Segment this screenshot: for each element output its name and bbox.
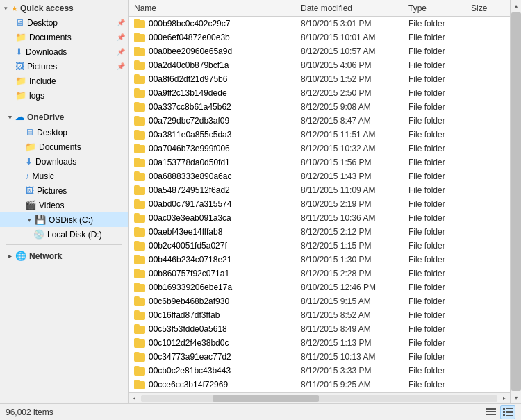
table-row[interactable]: 00ac03e3eab091a3ca 8/11/2015 10:36 AM Fi… (129, 211, 510, 225)
table-row[interactable]: 00c1012d2f4e38bd0c 8/12/2015 1:13 PM Fil… (129, 336, 510, 350)
col-header-date[interactable]: Date modified (295, 3, 403, 13)
file-name: 00b169339206ebe17a (149, 283, 232, 292)
file-name-cell: 00b2c40051fd5a027f (129, 241, 295, 251)
table-row[interactable]: 00a0bee20960e65a9d 8/12/2015 10:57 AM Fi… (129, 44, 510, 58)
sidebar-item-documents-label: Documents (29, 33, 72, 42)
od-downloads-label: Downloads (35, 157, 76, 167)
sidebar-item-localdisk[interactable]: 💿 Local Disk (D:) (0, 227, 128, 242)
sidebar-item-include[interactable]: 📁 Include (0, 74, 128, 88)
onedrive-section[interactable]: ☁ OneDrive (0, 109, 128, 125)
file-type-cell: File folder (403, 74, 465, 84)
right-scroll-thumb[interactable] (511, 12, 521, 391)
file-name: 000e6ef04872e00e3b (149, 33, 230, 42)
svg-rect-1 (486, 411, 496, 412)
list-view-button[interactable] (483, 405, 499, 419)
file-name-cell: 00a3811e0a855c5da3 (129, 130, 295, 140)
scroll-up-arrow[interactable]: ▴ (511, 0, 522, 11)
file-type-cell: File folder (403, 324, 465, 334)
table-row[interactable]: 000e6ef04872e00e3b 8/10/2015 10:01 AM Fi… (129, 31, 510, 44)
sidebar-item-pictures-label: Pictures (27, 62, 57, 72)
network-section[interactable]: 🌐 Network (0, 248, 128, 264)
bottom-scrollbar[interactable]: ◂ ▸ (129, 392, 510, 403)
table-row[interactable]: 00c16ffad87df3ffab 8/11/2015 8:52 AM Fil… (129, 308, 510, 322)
table-row[interactable]: 00a3811e0a855c5da3 8/12/2015 11:51 AM Fi… (129, 128, 510, 142)
folder-icon (134, 102, 145, 112)
sidebar-item-od-downloads[interactable]: ⬇ Downloads (0, 154, 128, 169)
table-row[interactable]: 00c6b9eb468b2af930 8/11/2015 9:15 AM Fil… (129, 294, 510, 308)
table-row[interactable]: 00cb0c2e81bc43b443 8/12/2015 3:33 PM Fil… (129, 364, 510, 378)
sidebar-item-od-documents[interactable]: 📁 Documents (0, 140, 128, 154)
sidebar-item-od-videos[interactable]: 🎬 Videos (0, 198, 128, 212)
folder-icon (134, 74, 145, 84)
file-name: 00a153778da0d50fd1 (149, 158, 230, 167)
scroll-right-arrow[interactable]: ▸ (499, 393, 510, 404)
file-type-cell: File folder (403, 296, 465, 306)
table-row[interactable]: 00a7046b73e999f006 8/12/2015 10:32 AM Fi… (129, 142, 510, 156)
folder-icon (134, 60, 145, 70)
sidebar-item-od-pictures[interactable]: 🖼 Pictures (0, 183, 128, 198)
file-type-cell: File folder (403, 255, 465, 264)
table-row[interactable]: 00a153778da0d50fd1 8/10/2015 1:56 PM Fil… (129, 156, 510, 169)
sidebar-item-downloads[interactable]: ⬇ Downloads 📌 (0, 44, 128, 59)
table-row[interactable]: 00a729dbc72db3af09 8/12/2015 8:47 AM Fil… (129, 114, 510, 128)
file-type-cell: File folder (403, 171, 465, 181)
details-view-button[interactable] (500, 405, 515, 419)
svg-rect-5 (506, 410, 513, 410)
table-row[interactable]: 00abd0c7917a315574 8/10/2015 2:19 PM Fil… (129, 197, 510, 211)
folder-icon (134, 213, 145, 223)
file-name-cell: 00a5487249512f6ad2 (129, 185, 295, 195)
sidebar-item-include-label: Include (29, 76, 56, 86)
od-videos-label: Videos (39, 201, 64, 210)
sidebar-item-downloads-label: Downloads (26, 47, 67, 57)
file-type-cell: File folder (403, 283, 465, 292)
right-scrollbar[interactable]: ▴ ▾ (510, 0, 521, 403)
table-row[interactable]: 00a337cc8b61a45b62 8/12/2015 9:08 AM Fil… (129, 100, 510, 114)
col-header-type[interactable]: Type (403, 3, 465, 13)
table-row[interactable]: 00cce6cc3b14f72969 8/11/2015 9:25 AM Fil… (129, 378, 510, 392)
network-chevron (6, 252, 14, 260)
onedrive-label: OneDrive (27, 112, 64, 122)
file-name-cell: 00aebf43ee14fffab8 (129, 227, 295, 237)
file-date-cell: 8/11/2015 8:52 AM (295, 310, 403, 320)
logs-folder-icon: 📁 (15, 90, 26, 101)
table-row[interactable]: 00c34773a91eac77d2 8/11/2015 10:13 AM Fi… (129, 350, 510, 364)
file-name: 00c34773a91eac77d2 (149, 352, 231, 362)
sidebar-item-logs[interactable]: 📁 logs (0, 88, 128, 103)
table-row[interactable]: 00c53f53fdde0a5618 8/11/2015 8:49 AM Fil… (129, 322, 510, 336)
col-header-size[interactable]: Size (465, 3, 507, 13)
table-row[interactable]: 00a5487249512f6ad2 8/11/2015 11:09 AM Fi… (129, 183, 510, 197)
sidebar-item-pictures[interactable]: 🖼 Pictures 📌 (0, 59, 128, 74)
table-row[interactable]: 00a2d40c0b879bcf1a 8/10/2015 4:06 PM Fil… (129, 58, 510, 72)
scroll-left-arrow[interactable]: ◂ (129, 393, 140, 404)
table-row[interactable]: 00b446b234c0718e21 8/10/2015 1:30 PM Fil… (129, 253, 510, 267)
table-row[interactable]: 000b98bc0c402c29c7 8/10/2015 3:01 PM Fil… (129, 17, 510, 31)
sidebar-item-documents[interactable]: 📁 Documents 📌 (0, 30, 128, 44)
col-header-name[interactable]: Name (129, 3, 295, 13)
sidebar-item-osdisk[interactable]: 💾 OSDisk (C:) (0, 212, 128, 227)
file-list[interactable]: 000b98bc0c402c29c7 8/10/2015 3:01 PM Fil… (129, 17, 510, 392)
table-row[interactable]: 00a8f6d2df21d975b6 8/10/2015 1:52 PM Fil… (129, 72, 510, 86)
file-name: 00a729dbc72db3af09 (149, 116, 229, 126)
file-name: 00b860757f92c071a1 (149, 269, 229, 278)
table-row[interactable]: 00b169339206ebe17a 8/10/2015 12:46 PM Fi… (129, 280, 510, 294)
file-name-cell: 00a7046b73e999f006 (129, 144, 295, 153)
file-type-cell: File folder (403, 366, 465, 376)
sidebar-item-desktop[interactable]: 🖥 Desktop 📌 (0, 15, 128, 30)
sidebar-item-od-desktop[interactable]: 🖥 Desktop (0, 125, 128, 140)
table-row[interactable]: 00aebf43ee14fffab8 8/12/2015 2:12 PM Fil… (129, 225, 510, 239)
quick-access-items: 🖥 Desktop 📌 📁 Documents 📌 ⬇ Downloads 📌 … (0, 15, 128, 103)
column-headers: Name Date modified Type Size (129, 0, 510, 17)
scroll-track[interactable] (141, 395, 497, 402)
table-row[interactable]: 00b2c40051fd5a027f 8/12/2015 1:15 PM Fil… (129, 239, 510, 253)
file-name: 00cb0c2e81bc43b443 (149, 366, 231, 376)
scroll-down-arrow[interactable]: ▾ (511, 392, 522, 403)
quick-access-header[interactable]: ★ Quick access (0, 1, 128, 15)
table-row[interactable]: 00b860757f92c071a1 8/12/2015 2:28 PM Fil… (129, 267, 510, 280)
sidebar-item-od-music[interactable]: ♪ Music (0, 169, 128, 183)
table-row[interactable]: 00a9ff2c13b149dede 8/12/2015 2:50 PM Fil… (129, 86, 510, 100)
file-type-cell: File folder (403, 88, 465, 98)
folder-icon (134, 199, 145, 209)
localdisk-label: Local Disk (D:) (47, 230, 102, 240)
file-type-cell: File folder (403, 185, 465, 195)
table-row[interactable]: 00a6888333e890a6ac 8/12/2015 1:43 PM Fil… (129, 169, 510, 183)
